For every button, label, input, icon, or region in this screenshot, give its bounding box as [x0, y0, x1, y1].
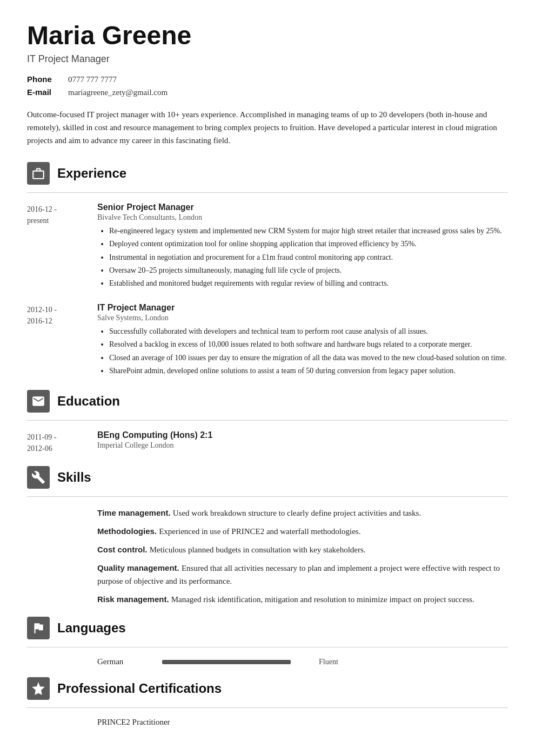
candidate-title: IT Project Manager	[27, 53, 508, 65]
bullet-item: Resolved a backlog in excess of 10,000 i…	[109, 339, 508, 350]
skills-section-header: Skills	[27, 466, 508, 489]
edu-degree: BEng Computing (Hons) 2:1	[97, 430, 508, 440]
skill-item: Cost control. Meticulous planned budgets…	[97, 543, 508, 556]
entry-date: 2012-10 - 2016-12	[27, 303, 97, 379]
education-section-header: Education	[27, 390, 508, 413]
language-bar	[162, 660, 291, 664]
summary-text: Outcome-focused IT project manager with …	[27, 108, 508, 147]
language-name: German	[97, 657, 162, 666]
certifications-divider	[27, 707, 508, 708]
languages-entries: GermanFluent	[27, 657, 508, 666]
bullet-item: Deployed content optimization tool for o…	[109, 238, 508, 250]
certifications-title: Professional Certifications	[57, 681, 222, 696]
bullet-item: Re-engineered legacy system and implemen…	[109, 225, 508, 237]
languages-divider	[27, 647, 508, 647]
education-entries: 2011-09 - 2012-06BEng Computing (Hons) 2…	[27, 430, 508, 454]
skill-name: Quality management.	[97, 563, 182, 572]
experience-title: Experience	[57, 166, 126, 181]
edu-date: 2011-09 - 2012-06	[27, 430, 97, 454]
education-divider	[27, 420, 508, 421]
experience-entry: 2016-12 - presentSenior Project ManagerB…	[27, 202, 508, 291]
experience-divider	[27, 192, 508, 193]
bullet-item: Successfully collaborated with developer…	[109, 326, 508, 338]
language-level: Fluent	[319, 658, 338, 666]
email-label: E-mail	[27, 87, 65, 97]
skill-description: Meticulous planned budgets in consultati…	[150, 545, 366, 554]
experience-entry: 2012-10 - 2016-12IT Project ManagerSalve…	[27, 303, 508, 379]
bullet-item: Instrumental in negotiation and procurem…	[109, 252, 508, 264]
education-entry: 2011-09 - 2012-06BEng Computing (Hons) 2…	[27, 430, 508, 454]
skill-item: Methodologies. Experienced in use of PRI…	[97, 525, 508, 538]
languages-title: Languages	[57, 620, 126, 636]
skill-name: Cost control.	[97, 545, 150, 554]
languages-icon	[27, 617, 50, 639]
phone-label: Phone	[27, 75, 65, 84]
certifications-icon	[27, 677, 50, 700]
entry-job-title: IT Project Manager	[97, 303, 508, 313]
skills-title: Skills	[57, 470, 91, 485]
candidate-name: Maria Greene	[27, 22, 508, 50]
entry-job-title: Senior Project Manager	[97, 202, 508, 212]
entry-company: Bivalve Tech Consultants, London	[97, 213, 508, 222]
language-bar-container	[162, 660, 313, 664]
skill-description: Used work breakdown structure to clearly…	[173, 509, 421, 517]
education-icon	[27, 390, 50, 413]
bullet-item: Oversaw 20–25 projects simultaneously, m…	[109, 265, 508, 276]
phone-value: 0777 777 7777	[68, 75, 117, 84]
experience-section-header: Experience	[27, 162, 508, 185]
skill-description: Managed risk identification, mitigation …	[171, 595, 474, 604]
languages-section-header: Languages	[27, 617, 508, 639]
experience-icon	[27, 162, 50, 185]
phone-row: Phone 0777 777 7777	[27, 75, 508, 84]
skill-name: Time management.	[97, 508, 173, 517]
skill-item: Time management. Used work breakdown str…	[97, 507, 508, 519]
language-row: GermanFluent	[97, 657, 508, 666]
entry-company: Salve Systems, London	[97, 314, 508, 322]
certifications-section-header: Professional Certifications	[27, 677, 508, 700]
cert-item: PRINCE2 Practitioner	[97, 718, 508, 727]
skills-divider	[27, 496, 508, 497]
entry-date: 2016-12 - present	[27, 202, 97, 291]
skill-item: Quality management. Ensured that all act…	[97, 562, 508, 588]
skill-item: Risk management. Managed risk identifica…	[97, 593, 508, 606]
skill-name: Methodologies.	[97, 526, 159, 536]
entry-bullet-list: Successfully collaborated with developer…	[97, 326, 508, 377]
edu-institution: Imperial College London	[97, 441, 508, 450]
entry-bullet-list: Re-engineered legacy system and implemen…	[97, 225, 508, 290]
bullet-item: SharePoint admin, developed online solut…	[109, 365, 508, 377]
skills-entries: Time management. Used work breakdown str…	[27, 507, 508, 606]
cert-entries: PRINCE2 Practitioner	[27, 718, 508, 727]
bullet-item: Established and monitored budget require…	[109, 278, 508, 289]
skill-description: Experienced in use of PRINCE2 and waterf…	[159, 527, 360, 536]
email-value: mariagreene_zety@gmail.com	[68, 88, 168, 97]
skills-icon	[27, 466, 50, 489]
education-title: Education	[57, 394, 120, 409]
bullet-item: Closed an average of 100 issues per day …	[109, 352, 508, 364]
email-row: E-mail mariagreene_zety@gmail.com	[27, 87, 508, 97]
skill-name: Risk management.	[97, 595, 171, 604]
experience-entries: 2016-12 - presentSenior Project ManagerB…	[27, 202, 508, 379]
